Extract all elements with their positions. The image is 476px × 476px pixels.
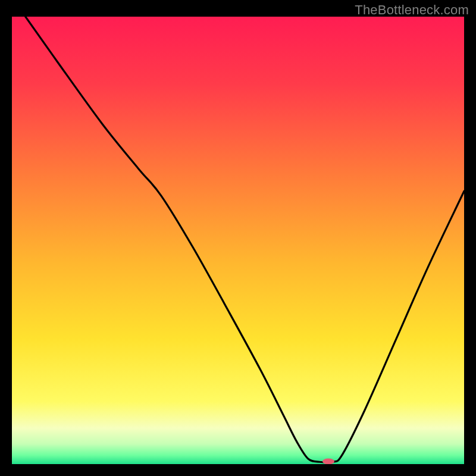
plot-area	[12, 17, 464, 464]
gradient-background	[12, 17, 464, 464]
bottleneck-chart	[12, 17, 464, 464]
watermark-label: TheBottleneck.com	[355, 2, 469, 18]
chart-frame: TheBottleneck.com	[0, 0, 476, 476]
